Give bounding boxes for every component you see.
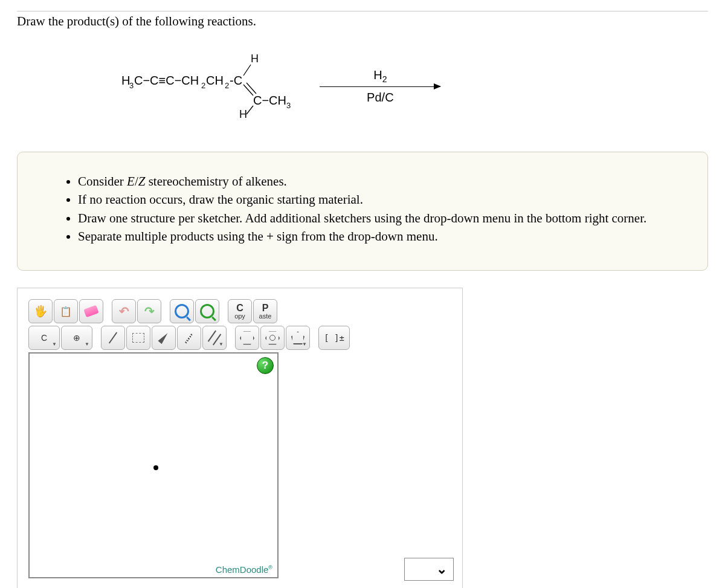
cyclohexane-tool[interactable]	[235, 326, 259, 350]
svg-text:CH: CH	[206, 74, 224, 87]
single-bond-icon	[109, 332, 117, 344]
pentagon-icon	[291, 331, 304, 344]
copy-button[interactable]: Copy	[228, 299, 252, 323]
instructions-panel: Consider E/Z stereochemistry of alkenes.…	[17, 152, 708, 271]
sketcher-panel: 🖐️ 📋 ↶ ↷ Copy Paste	[17, 288, 463, 588]
marquee-tool[interactable]	[126, 326, 150, 350]
single-bond-tool[interactable]	[101, 326, 125, 350]
svg-text:H: H	[239, 108, 247, 118]
element-label: C	[41, 333, 47, 343]
ring-picker[interactable]	[286, 326, 310, 350]
svg-line-7	[243, 65, 251, 76]
svg-text:3: 3	[129, 81, 134, 90]
benzene-icon	[265, 331, 280, 345]
element-picker[interactable]: C	[28, 326, 60, 350]
svg-text:C−C≡C−CH: C−C≡C−CH	[134, 74, 199, 87]
svg-text:H: H	[251, 53, 259, 65]
zoom-out-button[interactable]	[195, 299, 219, 323]
add-picker[interactable]: ⊕	[61, 326, 92, 350]
svg-text:C−CH: C−CH	[253, 94, 286, 107]
redo-icon: ↷	[144, 304, 155, 318]
copy-label-big: C	[236, 303, 243, 313]
wedge-solid-icon	[158, 332, 170, 344]
hexagon-icon	[240, 331, 254, 345]
add-sketcher-dropdown[interactable]	[404, 558, 454, 581]
help-button[interactable]: ?	[257, 357, 274, 374]
reagent-top: H2	[373, 68, 387, 84]
hand-icon: 🖐️	[34, 305, 47, 318]
svg-text:3: 3	[286, 101, 291, 110]
multi-bond-tool[interactable]	[202, 326, 227, 350]
paste-button[interactable]: Paste	[253, 299, 277, 323]
svg-text:2: 2	[201, 81, 205, 90]
eraser-tool[interactable]	[79, 299, 103, 323]
reaction-arrow	[320, 86, 440, 87]
marquee-icon	[132, 333, 144, 343]
sketcher-canvas[interactable]: ? ChemDoodle®	[28, 352, 279, 578]
toolbar-row-1: 🖐️ 📋 ↶ ↷ Copy Paste	[28, 299, 451, 323]
add-icon: ⊕	[73, 333, 80, 343]
reagent-bottom: Pd/C	[367, 91, 393, 105]
template-tool[interactable]: 📋	[54, 299, 78, 323]
zoom-in-button[interactable]	[170, 299, 194, 323]
hand-tool[interactable]: 🖐️	[28, 299, 53, 323]
instruction-item: If no reaction occurs, draw the organic …	[78, 191, 683, 208]
zoom-in-icon	[175, 304, 189, 318]
instruction-item: Consider E/Z stereochemistry of alkenes.	[78, 173, 683, 190]
reaction-scheme: H 3 C−C≡C−CH 2 CH 2 -C H C−CH 3 H	[102, 37, 708, 135]
instruction-item: Separate multiple products using the + s…	[78, 228, 683, 245]
wedge-hash-icon	[185, 332, 193, 343]
toolbar-row-2: C ⊕ [ ]±	[28, 326, 451, 350]
svg-line-13	[246, 106, 253, 114]
paste-label-small: aste	[259, 313, 272, 320]
paste-label-big: P	[262, 303, 269, 313]
wedge-hash-tool[interactable]	[177, 326, 201, 350]
double-bond-icon	[208, 331, 221, 346]
document-icon: 📋	[60, 306, 72, 317]
undo-button[interactable]: ↶	[112, 299, 136, 323]
svg-line-9	[243, 85, 253, 95]
zoom-out-icon	[200, 304, 214, 318]
reaction-conditions: H2 Pd/C	[320, 68, 440, 105]
svg-line-10	[246, 83, 256, 94]
charge-tool[interactable]: [ ]±	[318, 326, 350, 350]
wedge-solid-tool[interactable]	[152, 326, 176, 350]
question-prompt: Draw the product(s) of the following rea…	[17, 11, 708, 29]
svg-text:2: 2	[225, 81, 229, 90]
charge-icon: [ ]±	[324, 333, 344, 343]
canvas-start-atom[interactable]	[153, 465, 158, 470]
eraser-icon	[83, 305, 98, 318]
reactant-structure: H 3 C−C≡C−CH 2 CH 2 -C H C−CH 3 H	[102, 37, 291, 135]
benzene-tool[interactable]	[260, 326, 285, 350]
svg-text:-C: -C	[230, 74, 242, 87]
copy-label-small: opy	[234, 313, 245, 320]
brand-label: ChemDoodle®	[216, 564, 272, 575]
instruction-item: Draw one structure per sketcher. Add add…	[78, 210, 683, 227]
redo-button[interactable]: ↷	[137, 299, 161, 323]
undo-icon: ↶	[119, 304, 129, 318]
